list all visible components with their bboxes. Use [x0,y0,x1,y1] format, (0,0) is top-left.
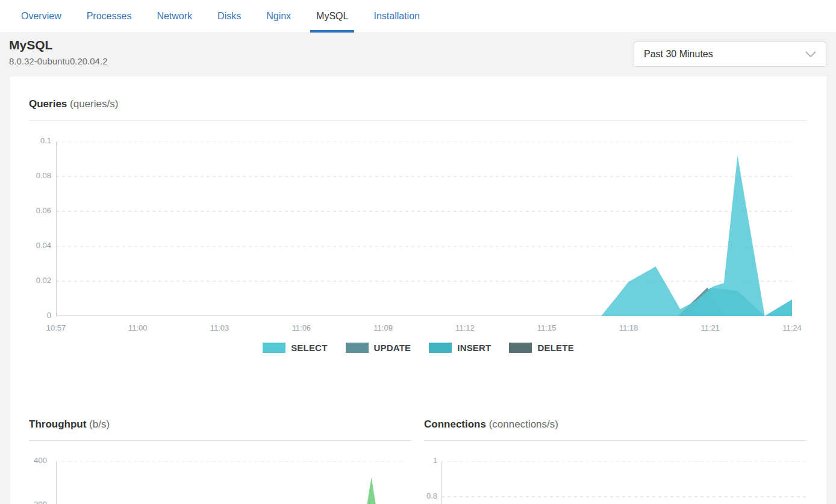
page-header: MySQL 8.0.32-0ubuntu0.20.04.2 Past 30 Mi… [0,33,836,76]
queries-chart [56,142,792,319]
tab-network[interactable]: Network [151,0,198,33]
queries-x-tick-label: 11:00 [120,323,156,332]
legend-label-insert: INSERT [457,343,491,353]
delete-series-swatch [509,343,532,353]
queries-y-tick-label: 0.06 [15,206,51,215]
queries-x-tick-label: 11:24 [774,323,810,332]
connections-plot-area [441,461,807,504]
select-series-swatch [263,343,285,353]
top-tab-bar: Overview Processes Network Disks Nginx M… [0,0,836,33]
legend-item-select: SELECT [263,343,327,353]
throughput-series-throughput [56,478,404,504]
throughput-y-tick-label: 400 [11,456,47,465]
queries-y-tick-label: 0.08 [15,171,51,180]
connections-y-tick-label: 1 [401,456,437,465]
tab-processes[interactable]: Processes [81,0,138,33]
chevron-down-icon [805,51,816,58]
insert-series-swatch [429,343,452,353]
mysql-charts-card: Queries (queries/s) SELECT UPDATE INSERT… [10,76,826,504]
queries-x-tick-label: 11:15 [529,323,565,332]
queries-chart-title: Queries (queries/s) [29,98,118,110]
queries-y-tick-label: 0.02 [15,276,51,285]
queries-x-tick-label: 11:06 [283,323,319,332]
tab-installation[interactable]: Installation [367,0,426,33]
queries-y-tick-label: 0.1 [15,136,51,145]
queries-y-tick-label: 0 [15,311,51,320]
throughput-chart-title: Throughput (b/s) [29,418,110,431]
queries-x-tick-label: 11:03 [202,323,238,332]
time-range-value: Past 30 Minutes [644,49,713,60]
legend-item-update: UPDATE [346,343,411,353]
queries-series-select [56,155,792,316]
queries-y-tick-label: 0.04 [15,241,51,250]
tab-overview[interactable]: Overview [15,0,67,33]
connections-y-tick-label: 0.8 [401,491,437,500]
update-series-swatch [346,343,369,353]
tab-mysql[interactable]: MySQL [310,0,354,33]
legend-label-delete: DELETE [537,343,573,353]
tab-disks[interactable]: Disks [211,0,247,33]
legend-item-insert: INSERT [429,343,491,353]
queries-plot-area [56,142,792,316]
throughput-plot-area [56,461,404,504]
connections-chart-title: Connections (connections/s) [424,418,558,431]
queries-x-tick-label: 11:21 [692,323,728,332]
tab-nginx[interactable]: Nginx [260,0,297,33]
queries-x-tick-label: 11:12 [447,323,483,332]
page-title: MySQL [9,38,52,52]
legend-item-delete: DELETE [509,343,573,353]
legend-label-select: SELECT [291,343,327,353]
connections-chart [441,461,807,504]
queries-x-tick-label: 10:57 [38,323,74,332]
throughput-title-divider [29,440,411,441]
throughput-y-tick-label: 300 [11,500,47,504]
time-range-select[interactable]: Past 30 Minutes [634,42,826,67]
queries-title-divider [29,120,807,121]
queries-x-tick-label: 11:09 [365,323,401,332]
throughput-chart [56,461,404,504]
queries-chart-legend: SELECT UPDATE INSERT DELETE [10,343,826,353]
mysql-version: 8.0.32-0ubuntu0.20.04.2 [9,56,107,66]
legend-label-update: UPDATE [374,343,411,353]
connections-title-divider [424,440,807,441]
queries-x-tick-label: 11:18 [610,323,646,332]
